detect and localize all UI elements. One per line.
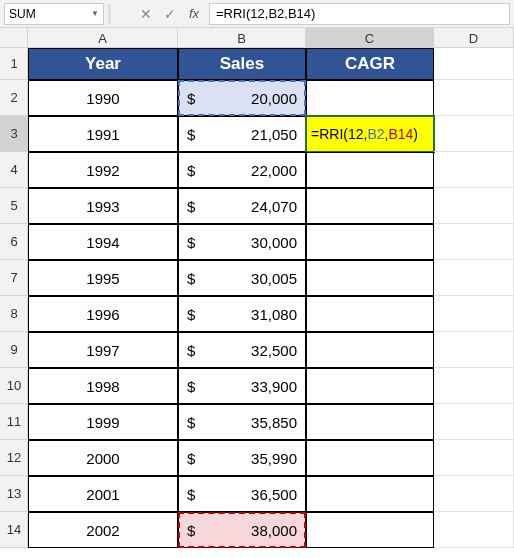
sales-cell[interactable]: $30,000 — [178, 224, 306, 260]
header-cell-year[interactable]: Year — [28, 48, 178, 80]
fx-icon: fx — [189, 6, 199, 21]
row-header-1[interactable]: 1 — [0, 48, 28, 80]
row-header-6[interactable]: 6 — [0, 224, 28, 260]
table-row: 2002$38,000 — [28, 512, 514, 548]
currency-symbol: $ — [187, 90, 195, 107]
formula-bar-buttons: ✕ ✓ fx — [135, 3, 205, 25]
year-cell[interactable]: 1994 — [28, 224, 178, 260]
empty-cell[interactable] — [434, 440, 514, 476]
row-header-4[interactable]: 4 — [0, 152, 28, 188]
sales-cell[interactable]: $20,000 — [178, 80, 306, 116]
row-header-10[interactable]: 10 — [0, 368, 28, 404]
cagr-cell[interactable] — [306, 260, 434, 296]
empty-cell[interactable] — [434, 332, 514, 368]
cagr-cell[interactable] — [306, 476, 434, 512]
select-all-corner[interactable] — [0, 28, 28, 48]
name-box[interactable]: SUM ▼ — [4, 3, 104, 25]
cagr-cell[interactable]: =RRI(12,B2,B14) — [306, 116, 434, 152]
year-cell[interactable]: 1999 — [28, 404, 178, 440]
table-row: 1999$35,850 — [28, 404, 514, 440]
year-cell[interactable]: 2002 — [28, 512, 178, 548]
currency-symbol: $ — [187, 414, 195, 431]
fx-button[interactable]: fx — [183, 3, 205, 25]
cagr-cell[interactable] — [306, 440, 434, 476]
separator — [108, 4, 111, 24]
year-cell[interactable]: 2001 — [28, 476, 178, 512]
year-cell[interactable]: 1995 — [28, 260, 178, 296]
sales-cell[interactable]: $32,500 — [178, 332, 306, 368]
formula-suffix: ) — [413, 126, 418, 142]
currency-symbol: $ — [187, 126, 195, 143]
sales-value: 35,990 — [251, 450, 297, 467]
row-header-2[interactable]: 2 — [0, 80, 28, 116]
empty-cell[interactable] — [434, 368, 514, 404]
empty-cell[interactable] — [434, 404, 514, 440]
cagr-cell[interactable] — [306, 404, 434, 440]
empty-cell[interactable] — [434, 48, 514, 80]
empty-cell[interactable] — [434, 476, 514, 512]
sales-cell[interactable]: $33,900 — [178, 368, 306, 404]
year-cell[interactable]: 1992 — [28, 152, 178, 188]
row-header-13[interactable]: 13 — [0, 476, 28, 512]
sales-cell[interactable]: $31,080 — [178, 296, 306, 332]
year-cell[interactable]: 1996 — [28, 296, 178, 332]
cagr-cell[interactable] — [306, 296, 434, 332]
year-cell[interactable]: 2000 — [28, 440, 178, 476]
row-header-9[interactable]: 9 — [0, 332, 28, 368]
spreadsheet: 1234567891011121314 ABCD YearSalesCAGR19… — [0, 28, 514, 548]
empty-cell[interactable] — [434, 188, 514, 224]
year-cell[interactable]: 1997 — [28, 332, 178, 368]
cells: YearSalesCAGR1990$20,0001991$21,050=RRI(… — [28, 48, 514, 548]
row-header-11[interactable]: 11 — [0, 404, 28, 440]
table-row: 1991$21,050=RRI(12,B2,B14) — [28, 116, 514, 152]
sales-cell[interactable]: $35,990 — [178, 440, 306, 476]
empty-cell[interactable] — [434, 296, 514, 332]
column-header-A[interactable]: A — [28, 28, 178, 48]
empty-cell[interactable] — [434, 260, 514, 296]
year-cell[interactable]: 1993 — [28, 188, 178, 224]
column-header-C[interactable]: C — [306, 28, 434, 48]
sales-cell[interactable]: $24,070 — [178, 188, 306, 224]
row-header-12[interactable]: 12 — [0, 440, 28, 476]
row-header-8[interactable]: 8 — [0, 296, 28, 332]
currency-symbol: $ — [187, 270, 195, 287]
row-header-3[interactable]: 3 — [0, 116, 28, 152]
name-box-dropdown-icon[interactable]: ▼ — [91, 9, 99, 18]
cagr-cell[interactable] — [306, 152, 434, 188]
cagr-cell[interactable] — [306, 224, 434, 260]
sales-value: 33,900 — [251, 378, 297, 395]
row-header-14[interactable]: 14 — [0, 512, 28, 548]
sales-cell[interactable]: $30,005 — [178, 260, 306, 296]
sales-cell[interactable]: $36,500 — [178, 476, 306, 512]
sales-cell[interactable]: $22,000 — [178, 152, 306, 188]
sales-cell[interactable]: $38,000 — [178, 512, 306, 548]
sales-value: 30,000 — [251, 234, 297, 251]
enter-button[interactable]: ✓ — [159, 3, 181, 25]
year-cell[interactable]: 1998 — [28, 368, 178, 404]
header-cell-cagr[interactable]: CAGR — [306, 48, 434, 80]
cagr-cell[interactable] — [306, 188, 434, 224]
cagr-cell[interactable] — [306, 512, 434, 548]
empty-cell[interactable] — [434, 512, 514, 548]
currency-symbol: $ — [187, 522, 195, 539]
row-header-5[interactable]: 5 — [0, 188, 28, 224]
header-cell-sales[interactable]: Sales — [178, 48, 306, 80]
empty-cell[interactable] — [434, 80, 514, 116]
cagr-cell[interactable] — [306, 332, 434, 368]
sales-cell[interactable]: $21,050 — [178, 116, 306, 152]
sales-cell[interactable]: $35,850 — [178, 404, 306, 440]
currency-symbol: $ — [187, 162, 195, 179]
column-header-D[interactable]: D — [434, 28, 514, 48]
formula-input[interactable]: =RRI(12,B2,B14) — [209, 3, 510, 25]
column-header-B[interactable]: B — [178, 28, 306, 48]
year-cell[interactable]: 1991 — [28, 116, 178, 152]
row-header-7[interactable]: 7 — [0, 260, 28, 296]
year-cell[interactable]: 1990 — [28, 80, 178, 116]
cagr-cell[interactable] — [306, 80, 434, 116]
empty-cell[interactable] — [434, 152, 514, 188]
cancel-button[interactable]: ✕ — [135, 3, 157, 25]
table-row: 2000$35,990 — [28, 440, 514, 476]
cagr-cell[interactable] — [306, 368, 434, 404]
empty-cell[interactable] — [434, 116, 514, 152]
empty-cell[interactable] — [434, 224, 514, 260]
